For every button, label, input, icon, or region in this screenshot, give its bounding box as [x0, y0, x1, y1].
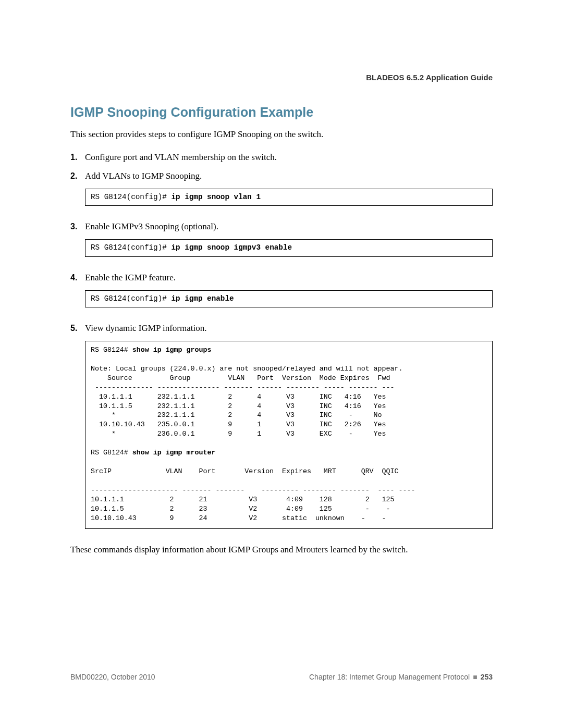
trailing-paragraph: These commands display information about… [70, 545, 493, 555]
section-title: IGMP Snooping Configuration Example [70, 105, 493, 120]
output-row: 10.1.1.5 232.1.1.1 2 4 V3 INC 4:16 Yes [91, 402, 386, 410]
output-header: Source Group VLAN Port Version Mode Expi… [91, 374, 390, 382]
footer-left: BMD00220, October 2010 [70, 673, 155, 681]
step-number: 3. [70, 222, 85, 231]
cli-command: show ip igmp groups [132, 346, 212, 354]
footer-page-number: 253 [481, 673, 493, 681]
step-text: View dynamic IGMP information. [85, 323, 493, 334]
step-number: 4. [70, 273, 85, 282]
output-row: * 232.1.1.1 2 4 V3 INC - No [91, 411, 382, 419]
code-block: RS G8124(config)# ip igmp snoop igmpv3 e… [85, 239, 493, 256]
cli-command: ip igmp enable [171, 294, 234, 303]
output-note: Note: Local groups (224.0.0.x) are not s… [91, 365, 402, 373]
step-text: Enable the IGMP feature. [85, 273, 493, 283]
output-row: * 236.0.0.1 9 1 V3 EXC - Yes [91, 430, 386, 438]
step-text: Enable IGMPv3 Snooping (optional). [85, 221, 493, 232]
footer-right: Chapter 18: Internet Group Management Pr… [309, 673, 493, 681]
output-divider: --------------------- ------- ------- --… [91, 486, 415, 494]
footer-separator-icon: ■ [473, 673, 477, 681]
code-block: RS G8124(config)# ip igmp enable [85, 290, 493, 307]
cli-prompt: RS G8124(config)# [91, 294, 171, 303]
footer-chapter: Chapter 18: Internet Group Management Pr… [309, 673, 470, 681]
page-footer: BMD00220, October 2010 Chapter 18: Inter… [70, 673, 493, 681]
cli-prompt: RS G8124# [91, 346, 132, 354]
cli-prompt: RS G8124# [91, 449, 132, 456]
output-row: 10.10.10.43 235.0.0.1 9 1 V3 INC 2:26 Ye… [91, 421, 386, 428]
step-5: 5. View dynamic IGMP information. RS G81… [70, 323, 493, 536]
output-row: 10.10.10.43 9 24 V2 static unknown - - [91, 514, 386, 522]
output-row: 10.1.1.1 232.1.1.1 2 4 V3 INC 4:16 Yes [91, 393, 386, 401]
page: BLADEOS 6.5.2 Application Guide IGMP Sno… [0, 0, 563, 555]
step-text: Add VLANs to IGMP Snooping. [85, 171, 493, 181]
running-header: BLADEOS 6.5.2 Application Guide [70, 73, 493, 82]
output-row: 10.1.1.5 2 23 V2 4:09 125 - - [91, 505, 390, 513]
output-divider: -------------- --------------- ------- -… [91, 384, 395, 391]
step-text: Configure port and VLAN membership on th… [85, 152, 493, 163]
step-number: 5. [70, 324, 85, 333]
step-number: 1. [70, 153, 85, 162]
section-intro: This section provides steps to configure… [70, 129, 493, 140]
step-1: 1. Configure port and VLAN membership on… [70, 152, 493, 163]
cli-command: show ip igmp mrouter [132, 449, 216, 456]
step-2: 2. Add VLANs to IGMP Snooping. RS G8124(… [70, 171, 493, 213]
output-row: 10.1.1.1 2 21 V3 4:09 128 2 125 [91, 496, 395, 503]
cli-prompt: RS G8124(config)# [91, 243, 171, 252]
cli-command: ip igmp snoop igmpv3 enable [171, 243, 292, 252]
cli-prompt: RS G8124(config)# [91, 193, 171, 201]
step-number: 2. [70, 171, 85, 181]
cli-command: ip igmp snoop vlan 1 [171, 193, 261, 201]
output-header: SrcIP VLAN Port Version Expires MRT QRV … [91, 467, 398, 475]
code-output-block: RS G8124# show ip igmp groups Note: Loca… [85, 341, 493, 529]
steps-list: 1. Configure port and VLAN membership on… [70, 152, 493, 536]
step-3: 3. Enable IGMPv3 Snooping (optional). RS… [70, 221, 493, 264]
step-4: 4. Enable the IGMP feature. RS G8124(con… [70, 273, 493, 315]
code-block: RS G8124(config)# ip igmp snoop vlan 1 [85, 189, 493, 206]
